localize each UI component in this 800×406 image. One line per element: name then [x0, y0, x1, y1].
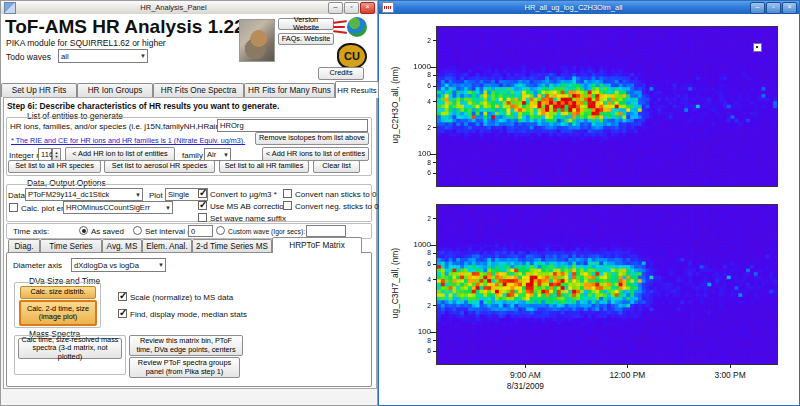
y-tick [433, 253, 437, 254]
close-icon[interactable]: × [782, 2, 797, 14]
y-tick-label: 100 [397, 327, 431, 336]
y-tick [430, 67, 437, 68]
remove-isotopes-button[interactable]: Remove isotopes from list above [255, 132, 369, 145]
calc-2d-time-size-button[interactable]: Calc. 2-d time, size (image plot) [19, 300, 97, 326]
app-title: ToF-AMS HR Analysis 1.22 [5, 16, 245, 38]
calc-time-size-resolved-button[interactable]: Calc time, size-resolved mass spectra (3… [18, 338, 122, 359]
globe-icon [333, 17, 367, 39]
y-tick-label: 8 [397, 159, 431, 166]
plot-value: Single [168, 190, 189, 199]
todo-waves-label: Todo waves [6, 52, 51, 62]
squirrel-photo [239, 19, 275, 62]
heatmap-canvas [437, 205, 777, 364]
wave-suffix-checkbox[interactable] [198, 213, 207, 222]
heatmap-c2h3o[interactable]: 21000864210086 [436, 26, 778, 187]
tab-hr-ion-groups[interactable]: HR Ion Groups [77, 83, 153, 97]
y-tick-label: 8 [397, 337, 431, 344]
scale-normalize-checkbox[interactable] [118, 292, 127, 301]
x-tick [525, 364, 526, 368]
faqs-website-button[interactable]: FAQs. Website [278, 33, 334, 45]
review-matrix-bin-button[interactable]: Review this matrix bin, PToF time, DVa e… [129, 335, 243, 356]
err-wave-value: HROMinusCCountSigErr [66, 203, 150, 212]
y-tick-label: 4 [397, 98, 431, 105]
x-tick-label: 3:00 PM [698, 370, 762, 380]
y-tick [433, 218, 437, 219]
tab-hr-fits-one-spectra[interactable]: HR Fits One Spectra [153, 83, 244, 97]
cu-buffs-logo: CU [337, 43, 367, 69]
y-tick-label: 8 [397, 71, 431, 78]
subtab-diag[interactable]: Diag. [8, 239, 40, 252]
minimize-icon[interactable]: – [750, 2, 765, 14]
x-tick [627, 364, 628, 368]
subtab-2d-time-series-ms[interactable]: 2-d Time Series MS [192, 239, 272, 252]
left-titlebar[interactable]: HR_Analysis_Panel – ▫ × [1, 1, 377, 15]
tab-hr-results[interactable]: HR Results [335, 81, 379, 98]
panel-window-icon [4, 2, 16, 14]
graph-window-title: HR_all_ug_log_C2H3Oim_all [397, 3, 750, 12]
set-interval-radio[interactable] [133, 226, 142, 235]
subtab-hrptof-matrix[interactable]: HRPToF Matrix [272, 237, 362, 253]
diameter-axis-value: dXdlogDa vs logDa [74, 261, 139, 270]
y-tick-label: 1000 [397, 240, 431, 249]
igor-graph-icon [382, 2, 394, 13]
clear-list-button[interactable]: Clear list [313, 160, 360, 173]
set-all-hr-families-button[interactable]: Set list to all HR families [219, 160, 309, 173]
y-tick [433, 101, 437, 102]
subtab-avg-ms[interactable]: Avg. MS [102, 239, 142, 252]
diameter-axis-dropdown[interactable]: dXdlogDa vs logDa▼ [71, 258, 166, 272]
interval-input[interactable]: 0 [188, 225, 213, 237]
close-icon[interactable]: × [360, 2, 375, 14]
calc-plot-err-checkbox[interactable] [9, 203, 18, 212]
version-website-button[interactable]: Version Website [278, 18, 334, 30]
todo-waves-dropdown[interactable]: all▼ [58, 49, 148, 63]
tab-set-up-hr-fits[interactable]: Set Up HR Fits [1, 83, 77, 97]
custom-wave-radio[interactable] [216, 226, 225, 235]
y-tick-label: 6 [397, 82, 431, 89]
as-saved-radio[interactable] [79, 226, 88, 235]
maximize-icon[interactable]: ▫ [344, 2, 359, 14]
y-tick [433, 173, 437, 174]
entities-input[interactable]: HROrg [217, 119, 368, 132]
y-tick [433, 340, 437, 341]
chevron-down-icon: ▼ [135, 191, 141, 197]
app-subtitle: PIKA module for SQUIRREL1.62 or higher [6, 38, 166, 48]
calc-size-distrib-button[interactable]: Calc. size distrib. [20, 286, 96, 299]
minimize-icon[interactable]: – [328, 2, 343, 14]
find-display-mode-checkbox[interactable] [118, 309, 127, 318]
subtab-time-series[interactable]: Time Series [40, 239, 102, 252]
maximize-icon[interactable]: ▫ [766, 2, 781, 14]
tab-hr-fits-for-many-runs[interactable]: HR Fits for Many Runs [244, 83, 335, 97]
x-axis-date-label: 8/31/2009 [493, 381, 557, 391]
x-tick-label: 9:00 AM [493, 370, 557, 380]
graph-body: ug_C2H3O_all, (nm) ug_C3H7_all, (nm) 210… [379, 14, 799, 405]
y-tick [430, 332, 437, 333]
credits-button[interactable]: Credits [318, 67, 364, 80]
y-tick [433, 351, 437, 352]
convert-ug-checkbox[interactable] [198, 189, 207, 198]
add-hr-ion-button[interactable]: < Add HR ion to list of entities [65, 147, 175, 161]
data-wave-dropdown[interactable]: PToFM29y114_dc1Stick▼ [25, 188, 143, 201]
add-hr-ions-button[interactable]: < Add HR ions to list of entities [262, 147, 369, 161]
set-all-hr-species-button[interactable]: Set list to all HR species [8, 160, 101, 173]
screen: HR_Analysis_Panel – ▫ × ToF-AMS HR Analy… [0, 0, 800, 406]
y-tick-label: 2 [397, 215, 431, 222]
hr-analysis-panel-window: HR_Analysis_Panel – ▫ × ToF-AMS HR Analy… [0, 0, 378, 406]
rie-ce-link[interactable]: * The RIE and CE for HR ions and HR fami… [11, 136, 245, 145]
review-ptof-groups-button[interactable]: Review PToF spectra groups panel (from P… [129, 357, 240, 378]
y-tick-label: 6 [397, 260, 431, 267]
err-wave-dropdown[interactable]: HROMinusCCountSigErr▼ [63, 201, 173, 214]
y-tick [433, 127, 437, 128]
set-aerosol-hr-species-button[interactable]: Set list to aerosol HR species [104, 160, 215, 173]
neg-sticks-checkbox[interactable] [283, 201, 292, 210]
subtab-elem-anal[interactable]: Elem. Anal. [142, 239, 192, 252]
custom-wave-input[interactable] [306, 225, 346, 237]
panel-body: ToF-AMS HR Analysis 1.22 PIKA module for… [1, 14, 377, 405]
ms-ab-checkbox[interactable] [198, 201, 207, 210]
graph-titlebar[interactable]: HR_all_ug_log_C2H3Oim_all – ▫ × [379, 1, 799, 14]
nan-sticks-checkbox[interactable] [283, 189, 292, 198]
y-tick-label: 2 [397, 302, 431, 309]
data-wave-value: PToFM29y114_dc1Stick [28, 190, 109, 199]
heatmap-c3h7[interactable]: 210008642100869:00 AM8/31/200912:00 PM3:… [436, 204, 778, 365]
annotation-marker-icon[interactable] [753, 43, 762, 52]
y-tick [433, 75, 437, 76]
